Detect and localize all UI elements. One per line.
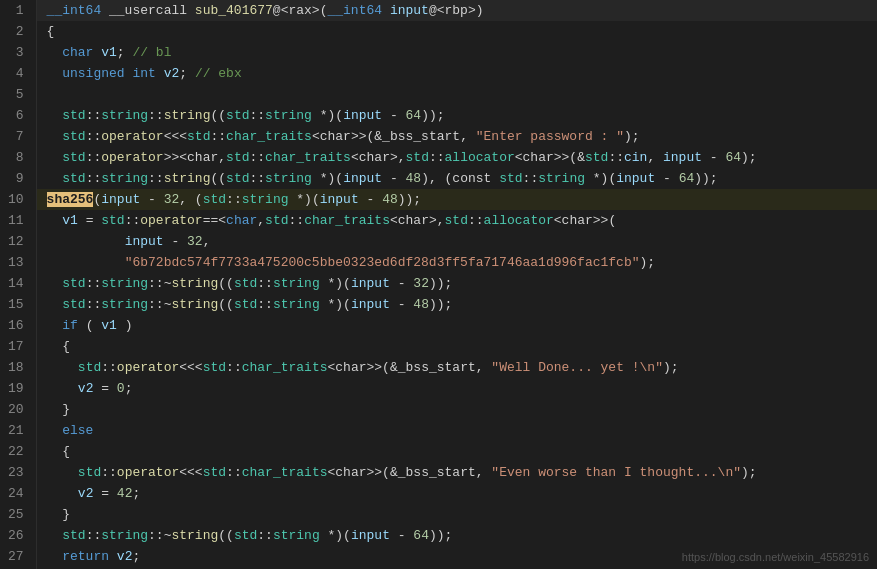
table-row: 12 input - 32, [0,231,877,252]
table-row: 26 std::string::~string((std::string *)(… [0,525,877,546]
line-number: 22 [0,441,36,462]
code-line: std::operator<<<std::char_traits<char>>(… [36,357,877,378]
line-number: 11 [0,210,36,231]
code-line: __int64 __usercall sub_401677@<rax>(__in… [36,0,877,21]
code-line: v2 = 42; [36,483,877,504]
code-line: char v1; // bl [36,42,877,63]
line-number: 26 [0,525,36,546]
line-number: 9 [0,168,36,189]
line-number: 4 [0,63,36,84]
line-number: 14 [0,273,36,294]
table-row: 16 if ( v1 ) [0,315,877,336]
table-row: 17 { [0,336,877,357]
line-number: 27 [0,546,36,567]
table-row: 5 [0,84,877,105]
table-row: 2{ [0,21,877,42]
table-row: 3 char v1; // bl [0,42,877,63]
code-line: unsigned int v2; // ebx [36,63,877,84]
line-number: 20 [0,399,36,420]
line-number: 18 [0,357,36,378]
table-row: 1__int64 __usercall sub_401677@<rax>(__i… [0,0,877,21]
table-row: 20 } [0,399,877,420]
code-line: std::string::string((std::string *)(inpu… [36,168,877,189]
line-number: 12 [0,231,36,252]
table-row: 8 std::operator>><char,std::char_traits<… [0,147,877,168]
code-table: 1__int64 __usercall sub_401677@<rax>(__i… [0,0,877,569]
code-line: sha256(input - 32, (std::string *)(input… [36,189,877,210]
code-line: std::operator<<<std::char_traits<char>>(… [36,462,877,483]
table-row: 24 v2 = 42; [0,483,877,504]
code-line: std::string::string((std::string *)(inpu… [36,105,877,126]
line-number: 13 [0,252,36,273]
table-row: 4 unsigned int v2; // ebx [0,63,877,84]
line-number: 24 [0,483,36,504]
code-line: if ( v1 ) [36,315,877,336]
code-line [36,84,877,105]
table-row: 18 std::operator<<<std::char_traits<char… [0,357,877,378]
line-number: 25 [0,504,36,525]
line-number: 5 [0,84,36,105]
table-row: 14 std::string::~string((std::string *)(… [0,273,877,294]
line-number: 6 [0,105,36,126]
code-line: { [36,441,877,462]
table-row: 21 else [0,420,877,441]
line-number: 7 [0,126,36,147]
code-line: v1 = std::operator==<char,std::char_trai… [36,210,877,231]
line-number: 2 [0,21,36,42]
table-row: 15 std::string::~string((std::string *)(… [0,294,877,315]
line-number: 8 [0,147,36,168]
code-line: v2 = 0; [36,378,877,399]
table-row: 10sha256(input - 32, (std::string *)(inp… [0,189,877,210]
code-line: } [36,504,877,525]
code-line: std::string::~string((std::string *)(inp… [36,273,877,294]
table-row: 9 std::string::string((std::string *)(in… [0,168,877,189]
code-line: std::string::~string((std::string *)(inp… [36,294,877,315]
table-row: 23 std::operator<<<std::char_traits<char… [0,462,877,483]
table-row: 22 { [0,441,877,462]
table-row: 7 std::operator<<<std::char_traits<char>… [0,126,877,147]
table-row: 6 std::string::string((std::string *)(in… [0,105,877,126]
code-line: std::operator<<<std::char_traits<char>>(… [36,126,877,147]
code-line: std::operator>><char,std::char_traits<ch… [36,147,877,168]
code-line: } [36,399,877,420]
line-number: 21 [0,420,36,441]
table-row: 25 } [0,504,877,525]
line-number: 19 [0,378,36,399]
line-number: 15 [0,294,36,315]
code-container: 1__int64 __usercall sub_401677@<rax>(__i… [0,0,877,569]
code-line: { [36,21,877,42]
line-number: 10 [0,189,36,210]
line-number: 17 [0,336,36,357]
code-line: { [36,336,877,357]
table-row: 19 v2 = 0; [0,378,877,399]
watermark: https://blog.csdn.net/weixin_45582916 [682,551,869,563]
code-line: std::string::~string((std::string *)(inp… [36,525,877,546]
line-number: 23 [0,462,36,483]
line-number: 1 [0,0,36,21]
table-row: 13 "6b72bdc574f7733a475200c5bbe0323ed6df… [0,252,877,273]
code-line: "6b72bdc574f7733a475200c5bbe0323ed6df28d… [36,252,877,273]
line-number: 16 [0,315,36,336]
line-number: 3 [0,42,36,63]
code-line: input - 32, [36,231,877,252]
code-line: else [36,420,877,441]
table-row: 11 v1 = std::operator==<char,std::char_t… [0,210,877,231]
